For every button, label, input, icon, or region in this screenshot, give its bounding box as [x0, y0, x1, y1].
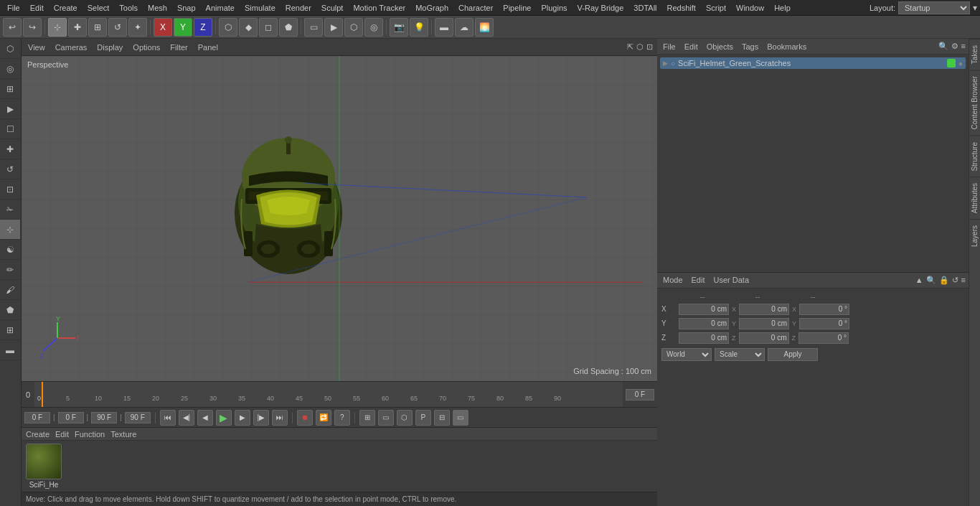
- menu-sculpt[interactable]: Sculpt: [317, 2, 348, 14]
- vp-cameras-btn[interactable]: Cameras: [53, 42, 90, 52]
- render-region-btn[interactable]: ▶: [324, 18, 343, 37]
- attr-collapse-icon[interactable]: ≡: [961, 276, 966, 285]
- prev-key-btn[interactable]: ◀|: [179, 410, 194, 426]
- sky-btn[interactable]: ☁: [455, 18, 473, 37]
- menu-3dtall[interactable]: 3DTAll: [629, 2, 661, 14]
- vp-options-btn[interactable]: Options: [131, 42, 162, 52]
- sidebar-btn-select[interactable]: ⊹: [0, 220, 20, 240]
- vtab-structure[interactable]: Structure: [969, 136, 980, 177]
- play-mode-btn[interactable]: P: [415, 410, 431, 426]
- obj-file-btn[interactable]: File: [660, 42, 679, 51]
- poly-mode-btn[interactable]: ◻: [259, 18, 278, 37]
- record-btn[interactable]: ⏺: [297, 410, 313, 426]
- obj-search-icon[interactable]: 🔍: [938, 42, 948, 51]
- menu-script[interactable]: Script: [702, 2, 730, 14]
- camera-btn[interactable]: 📷: [390, 18, 408, 37]
- preview-end-input[interactable]: [125, 412, 151, 423]
- obj-item-0[interactable]: ▶ ○ SciFi_Helmet_Green_Scratches ●: [660, 57, 966, 69]
- layout-arrow[interactable]: ▾: [973, 3, 977, 13]
- menu-plugins[interactable]: Plugins: [537, 2, 571, 14]
- vp-display-btn[interactable]: Display: [95, 42, 125, 52]
- menu-snap[interactable]: Snap: [173, 2, 200, 14]
- object-mode-btn[interactable]: ⬡: [219, 18, 237, 37]
- attr-lock-icon[interactable]: 🔒: [939, 276, 949, 285]
- mat-texture-btn[interactable]: Texture: [110, 430, 136, 439]
- world-dropdown[interactable]: World Local: [661, 348, 712, 361]
- menu-pipeline[interactable]: Pipeline: [499, 2, 535, 14]
- z-axis-btn[interactable]: Z: [194, 18, 212, 37]
- obj-bookmarks-btn[interactable]: Bookmarks: [764, 42, 809, 51]
- menu-simulate[interactable]: Simulate: [240, 2, 280, 14]
- bg-btn[interactable]: 🌅: [475, 18, 494, 37]
- play-btn[interactable]: ▶: [216, 410, 232, 426]
- menu-file[interactable]: File: [3, 2, 24, 14]
- uvw-mode-btn[interactable]: ⬟: [279, 18, 298, 37]
- current-frame-input[interactable]: [626, 389, 654, 400]
- sidebar-btn-anim[interactable]: ▶: [0, 99, 20, 119]
- prev-frame-btn[interactable]: ◀: [197, 410, 213, 426]
- end-frame-input[interactable]: [91, 412, 117, 423]
- vtab-takes[interactable]: Takes: [969, 39, 980, 70]
- coord-size-y[interactable]: [739, 318, 789, 329]
- timeline-toggle-btn[interactable]: ⬡: [397, 410, 413, 426]
- viewport-canvas[interactable]: Perspective: [22, 56, 657, 381]
- go-to-end-btn[interactable]: ⏭: [272, 410, 288, 426]
- mat-edit-btn[interactable]: Edit: [55, 430, 69, 439]
- obj-collapse-icon[interactable]: ≡: [961, 42, 966, 51]
- menu-vray[interactable]: V-Ray Bridge: [573, 2, 628, 14]
- sidebar-btn-rotate[interactable]: ↺: [0, 159, 20, 179]
- sidebar-btn-uv[interactable]: ⊞: [0, 79, 20, 99]
- loop-btn[interactable]: 🔁: [316, 410, 331, 426]
- sidebar-btn-grid[interactable]: ⊞: [0, 320, 20, 340]
- menu-create[interactable]: Create: [50, 2, 82, 14]
- menu-mograph[interactable]: MoGraph: [411, 2, 453, 14]
- menu-tools[interactable]: Tools: [115, 2, 142, 14]
- sidebar-btn-obj[interactable]: ☐: [0, 119, 20, 139]
- sidebar-btn-knife[interactable]: ✁: [0, 200, 20, 220]
- scale-dropdown[interactable]: Scale: [715, 348, 765, 361]
- frame-mode-btn[interactable]: ▭: [453, 410, 468, 426]
- material-item-0[interactable]: SciFi_He: [26, 444, 62, 489]
- coord-pos-z[interactable]: [679, 332, 729, 344]
- snap-to-frame-btn[interactable]: ⊞: [359, 410, 375, 426]
- menu-redshift[interactable]: Redshift: [663, 2, 700, 14]
- x-axis-btn[interactable]: X: [154, 18, 172, 37]
- mat-create-btn[interactable]: Create: [26, 430, 50, 439]
- menu-mesh[interactable]: Mesh: [143, 2, 171, 14]
- vtab-layers[interactable]: Layers: [969, 219, 980, 253]
- attr-userdata-btn[interactable]: User Data: [711, 276, 753, 284]
- multi-tool-btn[interactable]: ✦: [128, 18, 147, 37]
- menu-render[interactable]: Render: [281, 2, 316, 14]
- menu-help[interactable]: Help: [770, 2, 795, 14]
- coord-pos-x[interactable]: [679, 304, 729, 315]
- vp-view-btn[interactable]: View: [26, 42, 47, 52]
- mat-function-btn[interactable]: Function: [75, 430, 105, 439]
- undo-btn[interactable]: ↩: [3, 18, 22, 37]
- apply-button[interactable]: Apply: [768, 348, 818, 361]
- attr-arrow-icon[interactable]: ▲: [915, 276, 923, 285]
- floor-btn[interactable]: ▬: [435, 18, 453, 37]
- timeline-ruler[interactable]: 0 5 10 15 20 25 30 35 40 45 50 55 60 65 …: [34, 382, 623, 407]
- obj-objects-btn[interactable]: Objects: [704, 42, 736, 51]
- attr-mode-btn[interactable]: Mode: [660, 276, 686, 284]
- attr-search-icon[interactable]: 🔍: [926, 276, 936, 285]
- attr-refresh-icon[interactable]: ↺: [952, 276, 958, 285]
- menu-window[interactable]: Window: [732, 2, 768, 14]
- grid-mode-btn[interactable]: ⊟: [434, 410, 450, 426]
- vtab-content-browser[interactable]: Content Browser: [969, 70, 980, 135]
- menu-select[interactable]: Select: [83, 2, 114, 14]
- attr-edit-btn[interactable]: Edit: [689, 276, 708, 284]
- rotate-tool-btn[interactable]: ↺: [108, 18, 127, 37]
- vp-icon-maximize[interactable]: ⊡: [646, 42, 653, 52]
- sidebar-btn-magnet[interactable]: ☯: [0, 240, 20, 260]
- menu-edit[interactable]: Edit: [26, 2, 48, 14]
- coord-pos-y[interactable]: [679, 318, 729, 329]
- next-frame-btn[interactable]: ▶: [235, 410, 250, 426]
- sidebar-btn-move[interactable]: ✚: [0, 139, 20, 159]
- start-frame-input[interactable]: [24, 412, 50, 423]
- menu-animate[interactable]: Animate: [202, 2, 239, 14]
- select-tool-btn[interactable]: ⊹: [48, 18, 67, 37]
- transport-help-btn[interactable]: ?: [334, 410, 350, 426]
- sidebar-btn-deform[interactable]: ⬟: [0, 300, 20, 320]
- layout-dropdown[interactable]: Startup: [898, 1, 970, 14]
